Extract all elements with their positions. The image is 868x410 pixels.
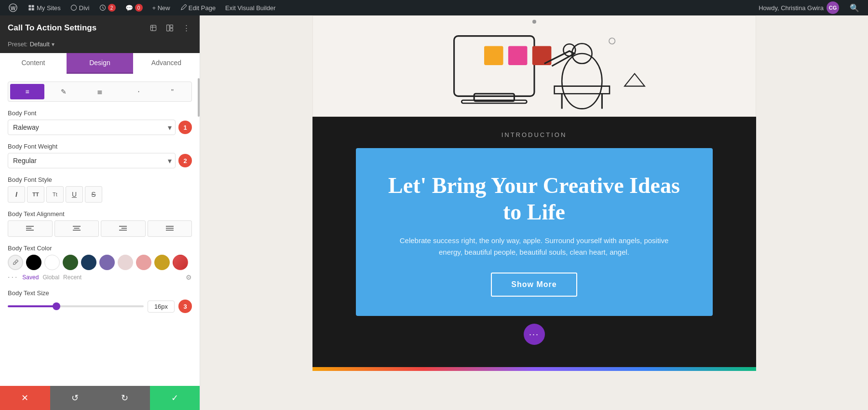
eyedropper-swatch[interactable] [8, 255, 23, 270]
panel-preset: Preset: Default ▾ [0, 39, 200, 53]
wp-logo-button[interactable]: W [4, 0, 22, 15]
align-center-btn[interactable] [54, 220, 99, 237]
light-pink-swatch[interactable] [118, 255, 133, 270]
capitalize-btn[interactable]: Tt [46, 186, 64, 203]
intro-label: INTRODUCTION [502, 131, 567, 138]
align-right-btn[interactable] [101, 220, 146, 237]
body-text-size-row: 16px 3 [8, 300, 192, 313]
slider-container: 16px [8, 301, 175, 313]
redo-button[interactable]: ↻ [100, 386, 150, 410]
gold-swatch[interactable] [154, 255, 170, 270]
body-font-weight-row: Regular Bold Light 2 [8, 153, 192, 168]
panel-content: ≡ ✎ ≣ " Body Font Raleway Arial Roboto [0, 74, 200, 386]
user-menu[interactable]: Howdy, Christina Gwira CG [755, 1, 843, 14]
color-settings-icon[interactable]: ⚙ [186, 273, 192, 281]
scroll-thumb[interactable] [198, 78, 200, 117]
svg-point-6 [71, 5, 76, 10]
svg-rect-2 [28, 5, 31, 7]
cta-box: Let' Bring Your Creative Ideas to Life C… [356, 148, 713, 316]
black-swatch[interactable] [26, 255, 41, 270]
salmon-swatch[interactable] [136, 255, 151, 270]
body-text-size-label: Body Text Size [8, 289, 192, 297]
italic-btn[interactable]: I [8, 186, 25, 203]
more-colors-btn[interactable]: ··· [8, 273, 18, 282]
dark-blue-swatch[interactable] [81, 255, 96, 270]
svg-point-32 [562, 54, 602, 109]
underline-btn[interactable]: U [66, 186, 83, 203]
svg-rect-11 [170, 28, 173, 31]
saved-tab[interactable]: Saved [22, 274, 39, 281]
red-swatch[interactable] [173, 255, 188, 270]
svg-line-24 [15, 262, 16, 263]
edit-icon-btn[interactable]: ✎ [46, 84, 81, 99]
canvas-dot [532, 20, 536, 24]
svg-rect-10 [170, 25, 173, 28]
illustration-svg [313, 16, 756, 116]
body-font-style-row: I TT Tt U S [8, 186, 192, 203]
quote-icon-btn[interactable]: " [155, 84, 190, 99]
cta-heading: Let' Bring Your Creative Ideas to Life [385, 172, 684, 225]
edit-page-button[interactable]: Edit Page [176, 0, 219, 15]
purple-dots-button[interactable]: ··· [524, 324, 545, 345]
align-left-btn[interactable] [8, 220, 53, 237]
body-text-size-slider[interactable] [8, 305, 144, 307]
comments-menu[interactable]: 💬 0 [122, 0, 147, 15]
updates-menu[interactable]: 2 [95, 0, 120, 15]
panel-header: Call To Action Settings ⋮ [0, 15, 200, 39]
svg-rect-29 [508, 46, 527, 65]
panel-resize-icon[interactable] [148, 22, 159, 34]
global-tab[interactable]: Global [42, 274, 59, 281]
purple-swatch[interactable] [99, 255, 115, 270]
body-text-size-badge: 3 [178, 300, 192, 313]
save-button[interactable]: ✓ [150, 386, 200, 410]
list-icon-btn[interactable]: ≣ [82, 84, 117, 99]
panel-header-icons: ⋮ [148, 22, 192, 34]
user-avatar: CG [827, 1, 839, 14]
divi-menu[interactable]: Divi [67, 0, 94, 15]
settings-panel: Call To Action Settings ⋮ Preset: Defaul… [0, 15, 200, 410]
preset-value[interactable]: Default [30, 41, 50, 48]
my-sites-menu[interactable]: My Sites [24, 0, 65, 15]
body-font-weight-group: Body Font Weight Regular Bold Light 2 [8, 143, 192, 168]
uppercase-btn[interactable]: TT [27, 186, 44, 203]
svg-rect-4 [28, 8, 31, 11]
new-content-menu[interactable]: + New [149, 0, 174, 15]
panel-tabs: Content Design Advanced [0, 53, 200, 74]
strikethrough-btn[interactable]: S [85, 186, 102, 203]
svg-rect-25 [454, 36, 534, 96]
body-text-size-input[interactable]: 16px [148, 301, 175, 313]
tab-advanced[interactable]: Advanced [133, 53, 200, 74]
indent-icon-btn[interactable] [119, 84, 153, 99]
recent-tab[interactable]: Recent [63, 274, 81, 281]
panel-layout-icon[interactable] [164, 22, 176, 34]
dark-green-swatch[interactable] [63, 255, 78, 270]
body-font-select[interactable]: Raleway Arial Roboto [8, 120, 176, 135]
format-icon-row: ≡ ✎ ≣ " [8, 82, 192, 102]
undo-button[interactable]: ↺ [50, 386, 100, 410]
cancel-button[interactable]: ✕ [0, 386, 50, 410]
preset-dropdown-icon[interactable]: ▾ [52, 41, 54, 48]
body-font-weight-badge: 2 [178, 154, 192, 167]
svg-rect-8 [150, 25, 156, 30]
body-font-style-label: Body Font Style [8, 176, 192, 183]
main-layout: Call To Action Settings ⋮ Preset: Defaul… [0, 15, 868, 410]
exit-visual-builder-button[interactable]: Exit Visual Builder [221, 0, 280, 15]
cta-subtext: Celebrate success right, the only way, a… [399, 235, 669, 258]
panel-more-icon[interactable]: ⋮ [180, 22, 192, 34]
search-button[interactable]: 🔍 [845, 3, 864, 13]
body-font-weight-select-wrapper: Regular Bold Light [8, 153, 176, 168]
tab-content[interactable]: Content [0, 53, 67, 74]
canvas-scroll[interactable]: INTRODUCTION Let' Bring Your Creative Id… [200, 15, 868, 410]
show-more-button[interactable]: Show More [491, 273, 577, 297]
align-left-icon-btn[interactable]: ≡ [10, 84, 44, 99]
body-font-weight-select[interactable]: Regular Bold Light [8, 153, 176, 168]
align-justify-btn[interactable] [148, 220, 192, 237]
white-swatch[interactable] [44, 255, 60, 270]
svg-rect-28 [484, 46, 503, 65]
purple-dots-wrap: ··· [524, 316, 545, 353]
tab-design[interactable]: Design [67, 53, 133, 74]
body-text-alignment-row [8, 220, 192, 237]
color-swatch-row [8, 255, 192, 270]
rainbow-bar [312, 367, 756, 371]
body-text-color-label: Body Text Color [8, 245, 192, 252]
